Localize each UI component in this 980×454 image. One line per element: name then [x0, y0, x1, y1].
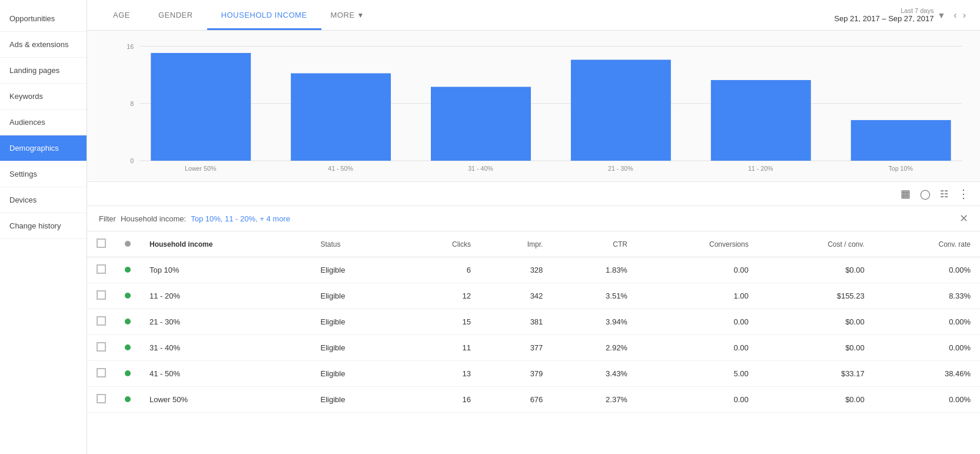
bar-lower-50[interactable] — [151, 53, 251, 161]
row-conversions: 0.00 — [637, 335, 758, 361]
tab-household-income[interactable]: HOUSEHOLD INCOME — [207, 0, 321, 30]
date-next-button[interactable]: › — [961, 8, 968, 23]
sidebar-item-settings[interactable]: Settings — [0, 161, 87, 187]
row-cost-conv: $0.00 — [758, 309, 874, 335]
sidebar: Opportunities Ads & extensions Landing p… — [0, 0, 87, 454]
tab-more[interactable]: MORE ▼ — [321, 0, 374, 30]
svg-text:21 - 30%: 21 - 30% — [608, 164, 633, 171]
row-name: 11 - 20% — [140, 283, 311, 309]
tab-gender[interactable]: GENDER — [144, 0, 207, 30]
row-checkbox[interactable] — [87, 361, 115, 387]
bar-31-40[interactable] — [431, 87, 531, 160]
row-checkbox[interactable] — [87, 257, 115, 283]
svg-text:11 - 20%: 11 - 20% — [748, 164, 773, 171]
filter-icon[interactable]: ▦ — [901, 187, 911, 200]
table-body: Top 10% Eligible 6 328 1.83% 0.00 $0.00 … — [87, 257, 980, 413]
date-range-dates: Sep 21, 2017 – Sep 27, 2017 — [834, 14, 934, 23]
svg-text:8: 8 — [130, 100, 134, 107]
row-cost-conv: $33.17 — [758, 361, 874, 387]
col-ctr[interactable]: CTR — [552, 231, 637, 257]
sidebar-item-change-history[interactable]: Change history — [0, 213, 87, 239]
row-ctr: 1.83% — [552, 257, 637, 283]
row-conv-rate: 38.46% — [874, 361, 980, 387]
row-cost-conv: $155.23 — [758, 283, 874, 309]
sidebar-item-demographics[interactable]: Demographics — [0, 135, 87, 161]
row-name: 31 - 40% — [140, 335, 311, 361]
row-ctr: 3.43% — [552, 361, 637, 387]
bar-11-20[interactable] — [711, 80, 811, 161]
row-clicks: 13 — [402, 361, 480, 387]
table-row: 31 - 40% Eligible 11 377 2.92% 0.00 $0.0… — [87, 335, 980, 361]
row-conversions: 0.00 — [637, 257, 758, 283]
row-checkbox[interactable] — [87, 335, 115, 361]
row-ctr: 3.94% — [552, 309, 637, 335]
svg-text:Top 10%: Top 10% — [888, 164, 913, 171]
row-status: Eligible — [311, 335, 402, 361]
table-row: 21 - 30% Eligible 15 381 3.94% 0.00 $0.0… — [87, 309, 980, 335]
tab-age[interactable]: AGE — [99, 0, 144, 30]
table-toolbar: ▦ ◯ ☷ ⋮ — [87, 182, 980, 206]
date-dropdown-icon[interactable]: ▼ — [937, 11, 945, 20]
row-cost-conv: $0.00 — [758, 387, 874, 413]
filter-label: Filter — [99, 214, 116, 223]
row-status: Eligible — [311, 309, 402, 335]
row-conv-rate: 8.33% — [874, 283, 980, 309]
filter-text-label: Household income: — [121, 214, 186, 223]
col-clicks[interactable]: Clicks — [402, 231, 480, 257]
row-conversions: 1.00 — [637, 283, 758, 309]
sidebar-item-opportunities[interactable]: Opportunities — [0, 6, 87, 32]
row-conv-rate: 0.00% — [874, 257, 980, 283]
sidebar-item-keywords[interactable]: Keywords — [0, 84, 87, 110]
sidebar-item-devices[interactable]: Devices — [0, 187, 87, 213]
svg-text:Lower 50%: Lower 50% — [185, 164, 216, 171]
row-conversions: 0.00 — [637, 309, 758, 335]
row-ctr: 3.51% — [552, 283, 637, 309]
select-all-checkbox[interactable] — [97, 238, 106, 248]
sidebar-item-ads-extensions[interactable]: Ads & extensions — [0, 32, 87, 58]
row-status-dot — [115, 283, 140, 309]
row-impr: 676 — [480, 387, 552, 413]
col-conv-rate[interactable]: Conv. rate — [874, 231, 980, 257]
col-name[interactable]: Household income — [140, 231, 311, 257]
filter-close-button[interactable]: ✕ — [959, 212, 968, 225]
col-cost-conv[interactable]: Cost / conv. — [758, 231, 874, 257]
main-content: AGE GENDER HOUSEHOLD INCOME MORE ▼ Last … — [87, 0, 980, 454]
col-impr[interactable]: Impr. — [480, 231, 552, 257]
bar-41-50[interactable] — [291, 73, 391, 160]
date-prev-button[interactable]: ‹ — [951, 8, 959, 23]
sidebar-item-audiences[interactable]: Audiences — [0, 110, 87, 135]
date-nav: ‹ › — [951, 8, 968, 23]
columns-icon[interactable]: ☷ — [940, 188, 948, 200]
row-status-dot — [115, 387, 140, 413]
more-options-icon[interactable]: ⋮ — [958, 187, 971, 201]
date-range: Last 7 days Sep 21, 2017 – Sep 27, 2017 … — [834, 7, 968, 23]
table-row: Lower 50% Eligible 16 676 2.37% 0.00 $0.… — [87, 387, 980, 413]
row-ctr: 2.92% — [552, 335, 637, 361]
table-row: 41 - 50% Eligible 13 379 3.43% 5.00 $33.… — [87, 361, 980, 387]
date-range-label: Last 7 days — [901, 7, 934, 14]
svg-text:0: 0 — [130, 157, 134, 164]
row-status: Eligible — [311, 361, 402, 387]
tab-bar: AGE GENDER HOUSEHOLD INCOME MORE ▼ Last … — [87, 0, 980, 31]
bar-21-30[interactable] — [571, 59, 671, 160]
table-header-row: Household income Status Clicks Impr. CTR… — [87, 231, 980, 257]
row-status-dot — [115, 257, 140, 283]
row-impr: 328 — [480, 257, 552, 283]
sidebar-item-landing-pages[interactable]: Landing pages — [0, 58, 87, 84]
row-checkbox[interactable] — [87, 387, 115, 413]
col-status[interactable]: Status — [311, 231, 402, 257]
table-area: ▦ ◯ ☷ ⋮ Filter Household income: Top 10%… — [87, 182, 980, 454]
row-clicks: 6 — [402, 257, 480, 283]
col-conversions[interactable]: Conversions — [637, 231, 758, 257]
bar-top-10[interactable] — [851, 120, 951, 161]
row-conversions: 5.00 — [637, 361, 758, 387]
svg-text:16: 16 — [127, 42, 134, 49]
row-status: Eligible — [311, 257, 402, 283]
row-checkbox[interactable] — [87, 283, 115, 309]
row-checkbox[interactable] — [87, 309, 115, 335]
chart-area: 16 8 0 Lower 50% 41 - 50% 31 - 40% 21 - … — [87, 31, 980, 182]
refresh-icon[interactable]: ◯ — [920, 188, 931, 200]
row-name: Lower 50% — [140, 387, 311, 413]
filter-bar: Filter Household income: Top 10%, 11 - 2… — [87, 206, 980, 231]
row-impr: 381 — [480, 309, 552, 335]
